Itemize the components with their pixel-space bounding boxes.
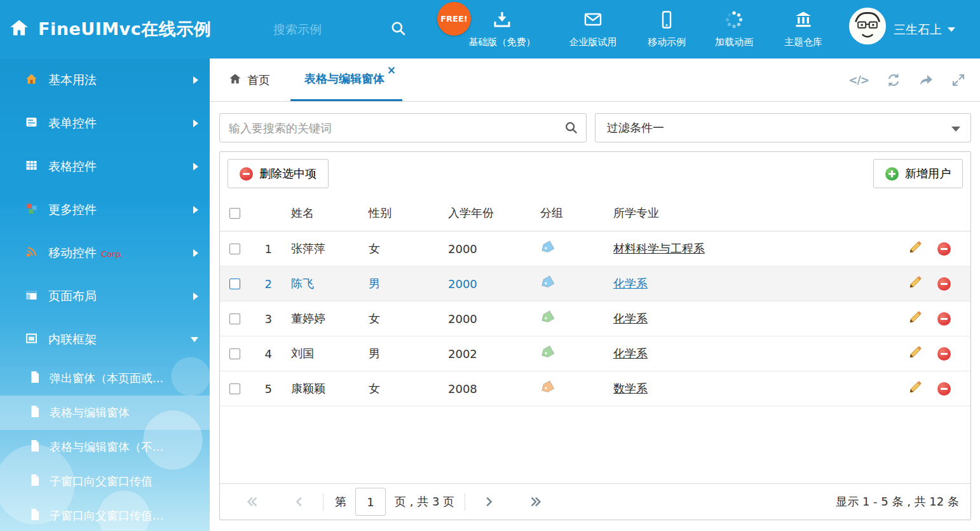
tag-icon bbox=[538, 274, 555, 290]
nav-item-basic-free[interactable]: 基础版（免费） bbox=[455, 0, 549, 59]
chevron-right-icon bbox=[193, 206, 198, 214]
chevron-right-icon bbox=[193, 293, 198, 300]
share-icon[interactable] bbox=[918, 72, 934, 88]
edit-pencil-icon[interactable] bbox=[908, 275, 922, 292]
sidebar-subitem-label: 子窗口向父窗口传值 bbox=[50, 474, 153, 489]
edit-pencil-icon[interactable] bbox=[908, 380, 922, 397]
delete-selected-button[interactable]: 删除选中项 bbox=[228, 159, 329, 188]
delete-row-icon[interactable] bbox=[937, 382, 951, 396]
nav-item-enterprise-trial[interactable]: 企业版试用 bbox=[552, 0, 634, 59]
row-checkbox[interactable] bbox=[229, 383, 240, 394]
sidebar-subitem-child-to-parent-2[interactable]: 子窗口向父窗口传值... bbox=[0, 499, 210, 531]
sidebar-item-label: 表单控件 bbox=[48, 115, 97, 132]
next-page-icon[interactable] bbox=[482, 495, 496, 509]
add-user-button[interactable]: 新增用户 bbox=[873, 159, 963, 188]
sidebar-item-page-layout[interactable]: 页面布局 bbox=[0, 275, 210, 318]
nav-item-theme-repo[interactable]: 主题仓库 bbox=[765, 0, 841, 59]
nav-item-mobile-demo[interactable]: 移动示例 bbox=[629, 0, 705, 59]
header-search-input[interactable] bbox=[273, 17, 378, 41]
filter-row: 过滤条件一 bbox=[219, 113, 971, 142]
row-checkbox[interactable] bbox=[229, 244, 240, 254]
page-number-input[interactable] bbox=[355, 488, 386, 516]
tag-icon bbox=[538, 379, 555, 395]
cell-gender: 男 bbox=[364, 346, 443, 361]
sidebar-item-inline-frame[interactable]: 内联框架 bbox=[0, 318, 210, 361]
row-index: 3 bbox=[249, 312, 286, 326]
row-actions bbox=[899, 345, 970, 362]
major-link[interactable]: 化学系 bbox=[608, 276, 899, 291]
chevron-down-icon bbox=[191, 337, 198, 342]
user-menu[interactable]: 三生石上 bbox=[894, 0, 955, 59]
table-row[interactable]: 3 董婷婷 女 2000 化学系 bbox=[220, 301, 970, 336]
home-logo-icon[interactable] bbox=[9, 18, 29, 41]
edit-pencil-icon[interactable] bbox=[908, 345, 922, 362]
table-row[interactable]: 2 陈飞 男 2000 化学系 bbox=[220, 266, 970, 301]
sidebar-subitem-label: 表格与编辑窗体（不... bbox=[50, 439, 163, 455]
cell-gender: 女 bbox=[364, 381, 443, 396]
first-page-icon[interactable] bbox=[245, 495, 259, 509]
sidebar: 基本用法 表单控件 表格控件 更多控件 移动控件 Corp. bbox=[0, 59, 210, 531]
cell-gender: 男 bbox=[364, 276, 443, 291]
source-code-icon[interactable]: </> bbox=[848, 74, 869, 86]
nav-label: 移动示例 bbox=[648, 36, 686, 48]
sidebar-item-grid-controls[interactable]: 表格控件 bbox=[0, 145, 210, 188]
chevron-right-icon bbox=[193, 120, 198, 127]
cell-name: 陈飞 bbox=[286, 276, 364, 291]
nav-label: 主题仓库 bbox=[784, 36, 822, 48]
prev-page-icon[interactable] bbox=[292, 495, 306, 509]
file-icon bbox=[29, 405, 41, 420]
filter-dropdown[interactable]: 过滤条件一 bbox=[595, 113, 971, 142]
file-icon bbox=[29, 371, 41, 386]
major-link[interactable]: 化学系 bbox=[608, 346, 899, 361]
expand-icon[interactable] bbox=[951, 72, 966, 88]
avatar[interactable] bbox=[849, 8, 886, 45]
table-empty-space bbox=[220, 406, 970, 483]
refresh-icon[interactable] bbox=[886, 72, 901, 88]
major-link[interactable]: 化学系 bbox=[608, 311, 899, 326]
edit-pencil-icon[interactable] bbox=[908, 240, 922, 257]
cell-year: 2000 bbox=[443, 312, 535, 326]
file-icon bbox=[29, 474, 41, 489]
sidebar-item-basic-usage[interactable]: 基本用法 bbox=[0, 59, 210, 102]
sidebar-item-more-controls[interactable]: 更多控件 bbox=[0, 188, 210, 231]
search-icon[interactable] bbox=[390, 20, 407, 39]
close-icon[interactable]: × bbox=[387, 65, 396, 76]
delete-row-icon[interactable] bbox=[937, 347, 951, 361]
sidebar-item-label: 移动控件 bbox=[48, 245, 97, 261]
sidebar-subitem-grid-edit-window[interactable]: 表格与编辑窗体 bbox=[0, 396, 210, 430]
cell-year: 2008 bbox=[443, 382, 535, 396]
row-actions bbox=[899, 310, 970, 327]
plus-circle-icon bbox=[885, 167, 899, 181]
row-checkbox[interactable] bbox=[229, 348, 240, 359]
keyword-search-input[interactable] bbox=[219, 113, 587, 142]
delete-row-icon[interactable] bbox=[937, 277, 951, 291]
tab-home[interactable]: 首页 bbox=[224, 59, 275, 101]
last-page-icon[interactable] bbox=[529, 495, 543, 509]
delete-row-icon[interactable] bbox=[937, 312, 951, 326]
search-icon[interactable] bbox=[564, 121, 578, 137]
major-link[interactable]: 数学系 bbox=[608, 381, 899, 396]
sidebar-item-mobile-controls[interactable]: 移动控件 Corp. bbox=[0, 231, 210, 275]
table-row[interactable]: 5 康颖颖 女 2008 数学系 bbox=[220, 371, 970, 406]
sidebar-subitem-popup-window[interactable]: 弹出窗体（本页面或... bbox=[0, 361, 210, 396]
major-link[interactable]: 材料科学与工程系 bbox=[608, 241, 899, 256]
sidebar-item-label: 内联框架 bbox=[48, 331, 97, 348]
form-icon bbox=[25, 116, 37, 130]
header-search bbox=[273, 17, 407, 41]
table-row[interactable]: 4 刘国 男 2002 化学系 bbox=[220, 336, 970, 371]
table-row[interactable]: 1 张萍萍 女 2000 材料科学与工程系 bbox=[220, 231, 970, 266]
sidebar-subitem-child-to-parent[interactable]: 子窗口向父窗口传值 bbox=[0, 464, 210, 499]
delete-row-icon[interactable] bbox=[937, 242, 951, 256]
sidebar-subitem-grid-edit-window-2[interactable]: 表格与编辑窗体（不... bbox=[0, 430, 210, 464]
select-all-checkbox[interactable] bbox=[229, 208, 240, 219]
sidebar-item-form-controls[interactable]: 表单控件 bbox=[0, 102, 210, 145]
row-checkbox[interactable] bbox=[229, 279, 240, 289]
col-major: 所学专业 bbox=[608, 205, 899, 221]
row-checkbox[interactable] bbox=[229, 314, 240, 324]
page-prefix: 第 bbox=[335, 494, 346, 509]
divider bbox=[465, 493, 465, 511]
add-user-label: 新增用户 bbox=[905, 166, 951, 181]
tab-grid-edit-window[interactable]: 表格与编辑窗体 × bbox=[290, 59, 402, 101]
edit-pencil-icon[interactable] bbox=[908, 310, 922, 327]
nav-item-loading-animation[interactable]: 加载动画 bbox=[696, 0, 772, 59]
